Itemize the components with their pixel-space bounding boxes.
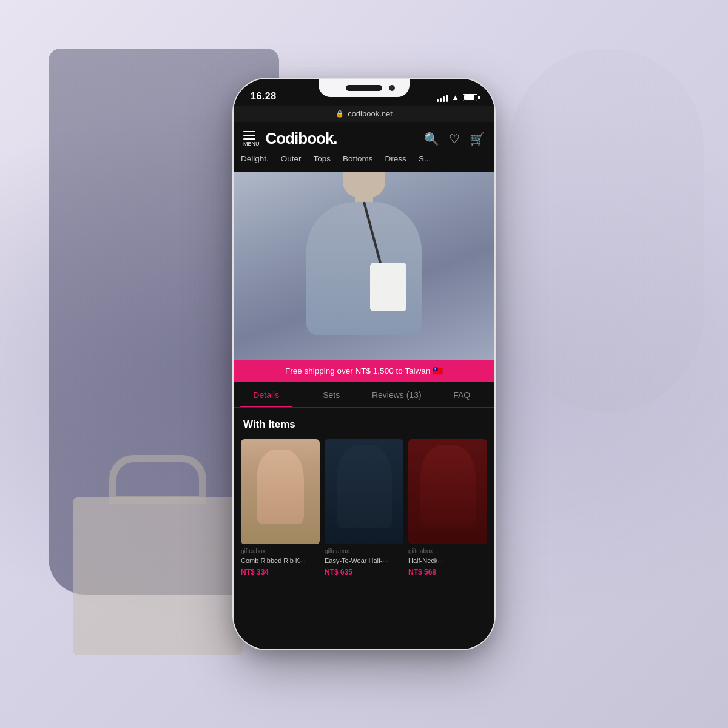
nav-item-tops[interactable]: Tops: [314, 154, 331, 166]
battery-icon: [463, 94, 477, 101]
product-price-3: NT$ 568: [408, 568, 487, 576]
nav-item-delight[interactable]: Delight.: [241, 154, 269, 166]
phone-wrapper: 16.28 ▲ 🔒 codibook.net: [234, 79, 494, 649]
shipping-text: Free shipping over NT$ 1,500 to Taiwan 🇹…: [285, 366, 443, 376]
right-decoration: [510, 49, 704, 413]
bag-silhouette: [73, 497, 243, 655]
product-tabs: Details Sets Reviews (13) FAQ: [234, 382, 494, 408]
battery-fill: [464, 95, 474, 100]
signal-icon: [437, 93, 448, 102]
product-name-1: Comb Ribbed Rib K···: [241, 556, 320, 565]
section-title: With Items: [234, 408, 494, 439]
product-hero-image: [234, 172, 494, 360]
hamburger-icon: [243, 131, 260, 140]
nav-item-dress[interactable]: Dress: [385, 154, 406, 166]
phone-screen: 16.28 ▲ 🔒 codibook.net: [234, 79, 494, 649]
nav-item-bottoms[interactable]: Bottoms: [343, 154, 373, 166]
menu-label: MENU: [243, 141, 260, 147]
content-area: With Items gifteabox Comb Ribbed Rib K··…: [234, 408, 494, 649]
tab-reviews[interactable]: Reviews (13): [364, 382, 430, 407]
product-seller-2: gifteabox: [325, 548, 403, 554]
header-icons: 🔍 ♡ 🛒: [424, 132, 485, 146]
product-price-2: NT$ 635: [325, 568, 403, 576]
header-left: MENU Codibook.: [243, 129, 337, 148]
url-text: codibook.net: [348, 109, 393, 118]
wifi-icon: ▲: [451, 93, 459, 102]
menu-button[interactable]: MENU: [243, 131, 260, 147]
search-icon[interactable]: 🔍: [424, 132, 439, 146]
url-bar[interactable]: 🔒 codibook.net: [234, 106, 494, 122]
product-image-2: [325, 439, 403, 544]
hero-person-visual: [234, 172, 494, 360]
product-price-1: NT$ 334: [241, 568, 320, 576]
status-icons: ▲: [437, 93, 477, 102]
product-image-3: [408, 439, 487, 544]
bag-handle-silhouette: [109, 455, 206, 504]
status-time: 16.28: [251, 91, 277, 102]
category-nav: Delight. Outer Tops Bottoms Dress S...: [234, 154, 494, 172]
lock-icon: 🔒: [335, 110, 344, 118]
brand-logo: Codibook.: [266, 129, 337, 148]
product-card-1[interactable]: gifteabox Comb Ribbed Rib K··· NT$ 334: [241, 439, 320, 576]
tab-faq[interactable]: FAQ: [430, 382, 495, 407]
product-image-1: [241, 439, 320, 544]
product-card-2[interactable]: gifteabox Easy-To-Wear Half-··· NT$ 635: [325, 439, 403, 576]
products-row: gifteabox Comb Ribbed Rib K··· NT$ 334 g…: [234, 439, 494, 576]
nav-item-outer[interactable]: Outer: [281, 154, 302, 166]
product-name-3: Half-Neck···: [408, 556, 487, 565]
phone-notch: [318, 79, 410, 97]
product-seller-1: gifteabox: [241, 548, 320, 554]
product-name-2: Easy-To-Wear Half-···: [325, 556, 403, 565]
tab-details[interactable]: Details: [234, 382, 299, 407]
product-seller-3: gifteabox: [408, 548, 487, 554]
nav-item-more[interactable]: S...: [419, 154, 431, 166]
cart-icon[interactable]: 🛒: [470, 132, 485, 146]
app-header: MENU Codibook. 🔍 ♡ 🛒: [234, 122, 494, 154]
phone-frame: 16.28 ▲ 🔒 codibook.net: [234, 79, 494, 649]
wishlist-icon[interactable]: ♡: [449, 132, 460, 146]
shipping-banner: Free shipping over NT$ 1,500 to Taiwan 🇹…: [234, 360, 494, 382]
product-card-3[interactable]: gifteabox Half-Neck··· NT$ 568: [408, 439, 487, 576]
tab-sets[interactable]: Sets: [299, 382, 365, 407]
clutch-bag: [370, 263, 406, 311]
